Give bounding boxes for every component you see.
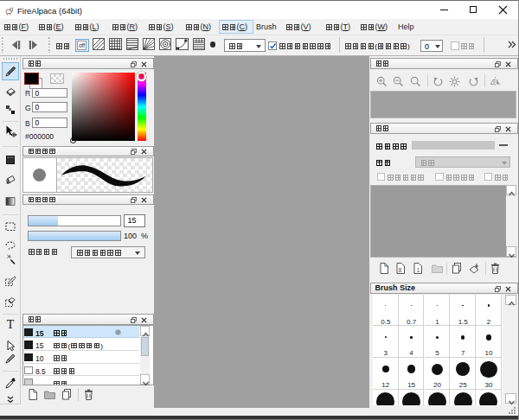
svg-text:1: 1 — [417, 266, 420, 272]
svg-text:8: 8 — [399, 266, 402, 272]
